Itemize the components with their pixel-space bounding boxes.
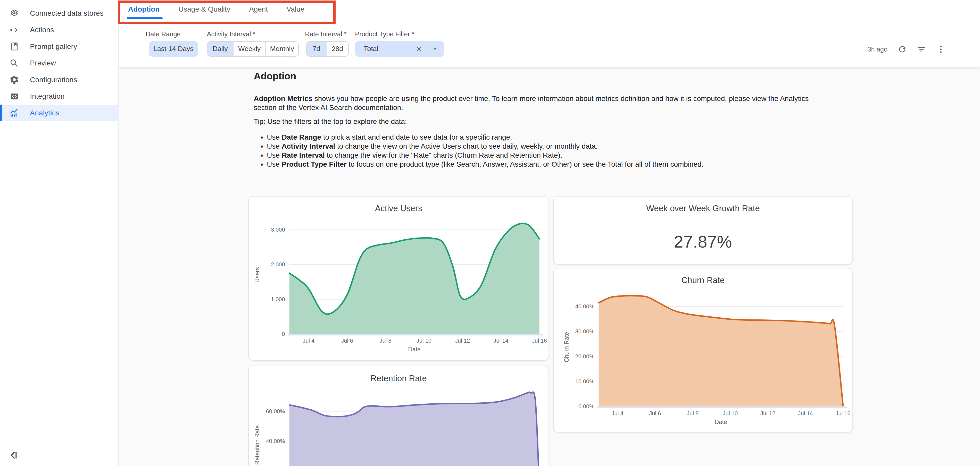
- sidebar-item-label: Integration: [30, 92, 64, 100]
- svg-text:10.00%: 10.00%: [575, 378, 594, 385]
- last-refreshed-label: 3h ago: [867, 46, 888, 53]
- svg-text:1,000: 1,000: [271, 296, 285, 303]
- activity-daily-option[interactable]: Daily: [207, 42, 233, 56]
- svg-text:Jul 6: Jul 6: [649, 410, 661, 417]
- svg-text:Jul 12: Jul 12: [760, 410, 775, 417]
- more-options-button[interactable]: [936, 44, 945, 54]
- sidebar-item-actions[interactable]: Actions: [0, 22, 118, 38]
- arrow-right-from-dot-icon: [9, 25, 19, 35]
- svg-text:Users: Users: [254, 267, 261, 282]
- sidebar-item-analytics[interactable]: Analytics: [0, 105, 118, 121]
- svg-text:3,000: 3,000: [271, 227, 285, 233]
- product-type-value: Total: [364, 45, 415, 53]
- rate-interval-toggle: 7d 28d: [306, 41, 349, 57]
- svg-text:Jul 14: Jul 14: [798, 410, 813, 417]
- more-vert-icon: [936, 44, 945, 54]
- sidebar-item-label: Analytics: [30, 109, 59, 117]
- svg-text:Jul 4: Jul 4: [302, 338, 315, 344]
- svg-text:Date: Date: [714, 418, 727, 425]
- tip-text: Tip: Use the filters at the top to explo…: [254, 117, 835, 126]
- book-bookmark-icon: [9, 41, 19, 52]
- app-window: Connected data stores Actions Prompt gal…: [0, 0, 980, 466]
- clear-x-icon[interactable]: [415, 46, 422, 52]
- svg-text:Jul 12: Jul 12: [455, 338, 469, 344]
- sidebar-item-label: Connected data stores: [30, 9, 103, 17]
- sidebar: Connected data stores Actions Prompt gal…: [0, 0, 119, 466]
- search-icon: [9, 58, 19, 68]
- svg-text:0: 0: [282, 331, 285, 337]
- svg-text:Churn Rate: Churn Rate: [563, 332, 570, 362]
- svg-text:Jul 4: Jul 4: [611, 410, 623, 417]
- retention-rate-chart: 60.00%40.00%20.00%0.00%Jul 4Jul 6Jul 8Ju…: [249, 366, 547, 466]
- collapse-left-icon: [8, 449, 20, 461]
- tab-bar: Adoption Usage & Quality Agent Value: [119, 0, 980, 19]
- date-range-label: Date Range: [146, 30, 181, 38]
- intro-bold: Adoption Metrics: [254, 95, 312, 103]
- intro-text-2: section of the Vertex AI Search document…: [254, 103, 403, 111]
- activity-monthly-option[interactable]: Monthly: [265, 42, 298, 56]
- kpi-title: Week over Week Growth Rate: [554, 203, 853, 214]
- active-users-chart: 3,0002,0001,0000Jul 4Jul 6Jul 8Jul 10Jul…: [249, 197, 547, 359]
- gear-icon: [9, 75, 19, 85]
- list-item: Use Rate Interval to change the view for…: [267, 151, 835, 160]
- sidebar-item-label: Prompt gallery: [30, 43, 77, 51]
- tab-usage-quality[interactable]: Usage & Quality: [169, 0, 240, 19]
- svg-text:Jul 14: Jul 14: [493, 338, 508, 344]
- dashboard-content: Adoption Adoption Metrics shows you how …: [119, 67, 980, 466]
- divider: [428, 44, 428, 54]
- churn-rate-card: Churn Rate 40.00%30.00%20.00%10.00%0.00%…: [553, 268, 853, 433]
- sidebar-nav: Connected data stores Actions Prompt gal…: [0, 0, 118, 121]
- svg-text:Date: Date: [408, 346, 421, 353]
- collapse-sidebar-button[interactable]: [8, 449, 20, 461]
- churn-rate-chart: 40.00%30.00%20.00%10.00%0.00%Jul 4Jul 6J…: [554, 268, 851, 431]
- sidebar-item-connected-data-stores[interactable]: Connected data stores: [0, 5, 118, 21]
- refresh-button[interactable]: [897, 44, 907, 54]
- sidebar-item-preview[interactable]: Preview: [0, 55, 118, 71]
- activity-interval-label: Activity Interval *: [207, 30, 255, 38]
- sidebar-item-prompt-gallery[interactable]: Prompt gallery: [0, 38, 118, 55]
- rate-interval-label: Rate Interval *: [305, 30, 347, 38]
- page-title: Adoption: [254, 69, 835, 83]
- list-item: Use Product Type Filter to focus on one …: [267, 160, 835, 169]
- kpi-value: 27.87%: [554, 232, 853, 251]
- svg-text:2,000: 2,000: [271, 261, 285, 268]
- refresh-icon: [897, 44, 907, 54]
- code-brackets-icon: [9, 92, 19, 101]
- dropdown-arrow-icon[interactable]: [432, 46, 438, 52]
- retention-rate-card: Retention Rate 60.00%40.00%20.00%0.00%Ju…: [248, 366, 549, 466]
- sidebar-item-integration[interactable]: Integration: [0, 88, 118, 105]
- list-item: Use Date Range to pick a start and end d…: [267, 133, 835, 142]
- product-type-filter-label: Product Type Filter *: [355, 30, 414, 38]
- tab-agent[interactable]: Agent: [240, 0, 277, 19]
- product-type-dropdown[interactable]: Total: [355, 41, 444, 57]
- list-item: Use Activity Interval to change the view…: [267, 142, 835, 151]
- sidebar-item-label: Actions: [30, 26, 54, 34]
- svg-text:Jul 10: Jul 10: [723, 410, 738, 417]
- filter-button[interactable]: [917, 44, 926, 54]
- activity-interval-toggle: Daily Weekly Monthly: [207, 41, 299, 57]
- activity-weekly-option[interactable]: Weekly: [233, 42, 265, 56]
- active-users-card: Active Users 3,0002,0001,0000Jul 4Jul 6J…: [248, 196, 549, 361]
- sidebar-item-configurations[interactable]: Configurations: [0, 71, 118, 88]
- tab-adoption[interactable]: Adoption: [119, 0, 169, 19]
- main-area: Adoption Usage & Quality Agent Value Dat…: [119, 0, 980, 466]
- tips-list: Use Date Range to pick a start and end d…: [254, 133, 835, 169]
- svg-text:60.00%: 60.00%: [266, 408, 285, 414]
- toolbar: 3h ago: [867, 44, 945, 54]
- date-range-chip[interactable]: Last 14 Days: [149, 41, 198, 57]
- rate-28d-option[interactable]: 28d: [326, 42, 348, 56]
- tab-value[interactable]: Value: [277, 0, 314, 19]
- intro-text: shows you how people are using the produ…: [312, 95, 808, 103]
- date-range-value: Last 14 Days: [153, 45, 194, 53]
- rate-7d-option[interactable]: 7d: [307, 42, 326, 56]
- filter-icon: [917, 44, 926, 54]
- svg-text:Retention Rate: Retention Rate: [254, 425, 261, 465]
- chart-insights-icon: [9, 108, 19, 118]
- intro-paragraph: Adoption Metrics shows you how people ar…: [254, 94, 835, 112]
- svg-text:Jul 8: Jul 8: [379, 338, 391, 344]
- svg-text:Jul 16: Jul 16: [835, 410, 850, 417]
- dataset-icon: [9, 8, 19, 18]
- sidebar-item-label: Configurations: [30, 76, 77, 84]
- svg-text:Jul 16: Jul 16: [532, 338, 547, 344]
- svg-text:40.00%: 40.00%: [266, 438, 285, 445]
